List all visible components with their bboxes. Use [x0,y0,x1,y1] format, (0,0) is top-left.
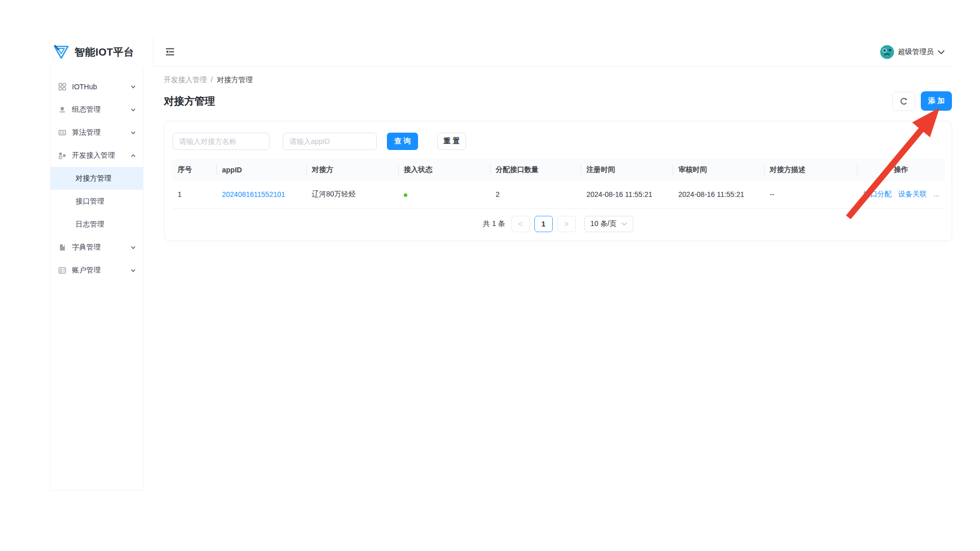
sidebar-item-account[interactable]: 账户管理 [51,259,143,282]
breadcrumb-separator: / [211,76,213,85]
column-header-registered: 注册时间 [581,159,673,181]
column-header-allocated: 分配接口数量 [491,159,581,181]
column-header-audited: 审核时间 [673,159,765,181]
column-header-appid: appID [217,159,307,181]
content-card: 查 询 重 置 序号 appID 对接方 接入状态 分配接口数量 注 [164,121,952,241]
logo-area: 智能IOT平台 [50,37,153,67]
page-size-select[interactable]: 10 条/页 [584,216,633,232]
table-header-row: 序号 appID 对接方 接入状态 分配接口数量 注册时间 审核时间 对接方描述… [173,159,945,181]
sidebar-item-label: 字典管理 [72,243,101,252]
algorithm-icon [58,129,66,137]
add-button[interactable]: 添 加 [921,91,952,111]
user-avatar [880,45,894,59]
chevron-up-icon [130,152,137,159]
sidebar-item-dev-access[interactable]: 开发接入管理 [51,144,143,167]
breadcrumb-current: 对接方管理 [217,76,253,85]
user-name: 超级管理员 [898,47,934,57]
sidebar-subitem-log-mgmt[interactable]: 日志管理 [51,213,143,236]
sidebar-item-dictionary[interactable]: 字典管理 [51,236,143,259]
sidebar-item-scada[interactable]: 组态管理 [51,98,143,121]
breadcrumb: 开发接入管理 / 对接方管理 [164,76,980,85]
pagination: 共 1 条 < 1 > 10 条/页 [173,216,944,232]
chevron-down-icon [130,106,137,113]
submenu-item-label: 对接方管理 [76,174,111,183]
current-page-button[interactable]: 1 [534,216,553,232]
partner-table: 序号 appID 对接方 接入状态 分配接口数量 注册时间 审核时间 对接方描述… [173,159,945,209]
appid-link[interactable]: 2024081611552101 [222,190,285,198]
filter-bar: 查 询 重 置 [173,133,944,150]
more-actions-link[interactable]: ... [934,190,940,199]
row-actions: 接口分配 设备关联 ... [863,190,940,199]
sidebar-item-algorithm[interactable]: 算法管理 [51,121,143,144]
dictionary-icon [58,243,66,252]
sidebar: IOTHub 组态管理 [50,67,143,491]
cell-audited: 2024-08-16 11:55:21 [673,181,765,208]
menu-fold-icon[interactable] [165,47,175,56]
account-icon [58,266,66,274]
sidebar-subitem-partner-mgmt[interactable]: 对接方管理 [51,167,143,190]
submenu-item-label: 接口管理 [76,197,104,206]
column-header-status: 接入状态 [399,159,491,181]
sidebar-item-iothub[interactable]: IOTHub [51,75,143,98]
next-page-button[interactable]: > [557,216,576,232]
top-header: 智能IOT平台 [50,37,953,67]
app-logo-icon [53,44,69,60]
interface-assign-link[interactable]: 接口分配 [863,190,892,199]
search-button[interactable]: 查 询 [387,133,418,150]
nodes-icon [58,152,66,160]
column-header-partner: 对接方 [307,159,399,181]
cell-index: 1 [173,181,217,208]
chevron-down-icon [130,129,137,136]
app-title: 智能IOT平台 [75,45,134,59]
user-menu[interactable]: 超级管理员 [880,45,945,59]
chevron-down-icon [130,83,137,90]
grid-icon [58,83,66,91]
cell-registered: 2024-08-16 11:55:21 [581,181,673,208]
user-chevron-down-icon [937,49,945,55]
partner-name-input[interactable] [173,133,270,150]
appid-input[interactable] [283,133,377,150]
chevron-down-icon [130,267,137,274]
column-header-index: 序号 [173,159,217,181]
page-title: 对接方管理 [164,94,215,108]
select-chevron-down-icon [621,222,627,226]
cell-partner: 辽河80万轻烃 [307,181,399,208]
prev-page-button[interactable]: < [511,216,530,232]
header-bar: 超级管理员 [153,37,953,67]
sidebar-item-label: 账户管理 [72,266,101,275]
chevron-down-icon [130,244,137,251]
cell-description: -- [765,181,857,208]
submenu-item-label: 日志管理 [76,220,104,229]
sidebar-item-label: 组态管理 [72,105,101,114]
sidebar-subitem-interface-mgmt[interactable]: 接口管理 [51,190,143,213]
table-row: 1 2024081611552101 辽河80万轻烃 2 2024-08-16 … [173,181,945,208]
main-content: 开发接入管理 / 对接方管理 对接方管理 添 加 [144,67,980,241]
reset-button[interactable]: 重 置 [437,133,466,150]
column-header-description: 对接方描述 [765,159,857,181]
refresh-button[interactable] [892,92,915,111]
title-actions: 添 加 [892,91,952,111]
app-root: 智能IOT平台 [0,0,980,551]
page-size-value: 10 条/页 [591,219,617,229]
refresh-icon [899,97,908,106]
sidebar-item-label: 开发接入管理 [72,151,115,160]
breadcrumb-parent[interactable]: 开发接入管理 [164,76,207,85]
cell-allocated: 2 [491,181,581,208]
column-header-actions: 操作 [857,159,945,181]
title-row: 对接方管理 添 加 [164,91,980,111]
stamp-icon [58,106,66,114]
pagination-total: 共 1 条 [483,219,505,229]
device-relate-link[interactable]: 设备关联 [898,190,927,199]
sidebar-item-label: IOTHub [72,83,97,91]
sidebar-item-label: 算法管理 [72,128,101,137]
online-status-dot [404,193,407,197]
